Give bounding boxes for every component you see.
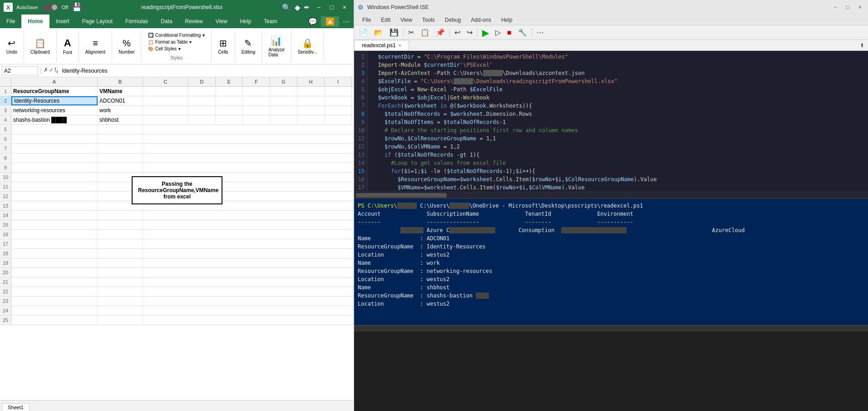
cells-button[interactable]: ⊞ Cells <box>215 37 231 55</box>
cell-G2[interactable] <box>270 96 297 105</box>
cell-G3[interactable] <box>270 106 297 115</box>
menu-addons[interactable]: Add-ons <box>466 16 496 24</box>
col-header-I[interactable]: I <box>325 77 352 86</box>
debug-button[interactable]: 🔧 <box>515 27 530 38</box>
cell-H1[interactable] <box>297 87 325 96</box>
cell-styles-button[interactable]: 🎨 Cell Styles ▾ <box>145 45 183 52</box>
minimize-button[interactable]: − <box>313 4 324 11</box>
analyze-data-button[interactable]: 📊 AnalyzeData <box>266 35 287 58</box>
ps-maximize-button[interactable]: □ <box>843 4 852 10</box>
cell-empty[interactable] <box>143 220 354 229</box>
cell-I4[interactable] <box>325 115 352 124</box>
col-header-G[interactable]: G <box>270 77 297 86</box>
collapse-editor-icon[interactable]: ⬆ <box>856 40 868 50</box>
cell-H3[interactable] <box>297 106 325 115</box>
cell-B4[interactable]: shbhost <box>98 115 143 124</box>
search-icon[interactable]: 🔍 <box>282 3 291 12</box>
number-button[interactable]: % Number <box>116 37 138 55</box>
cell-empty[interactable] <box>11 211 98 220</box>
cell-H4[interactable] <box>297 115 325 124</box>
cell-empty[interactable] <box>98 316 143 325</box>
sheet-tab-1[interactable]: Sheet1 <box>2 403 30 411</box>
insert-function-icon[interactable]: fx <box>54 67 58 74</box>
cell-empty[interactable] <box>11 192 98 201</box>
tab-data[interactable]: Data <box>154 15 178 28</box>
cell-D2[interactable] <box>188 96 216 105</box>
font-button[interactable]: A Font <box>60 36 75 56</box>
cell-empty[interactable] <box>11 268 98 277</box>
cell-D3[interactable] <box>188 106 216 115</box>
ps-file-tab[interactable]: readexcel.ps1 × <box>354 40 409 50</box>
col-header-A[interactable]: A <box>11 77 98 86</box>
cell-empty[interactable] <box>11 220 98 229</box>
cell-I3[interactable] <box>325 106 352 115</box>
tab-page-layout[interactable]: Page Layout <box>76 15 119 28</box>
cell-empty[interactable] <box>98 277 143 287</box>
cell-D1[interactable] <box>188 87 216 96</box>
editor-horizontal-scrollbar[interactable] <box>354 192 868 198</box>
run-selection-button[interactable]: ▷ <box>493 27 503 38</box>
cell-empty[interactable] <box>98 134 143 144</box>
tab-formulas[interactable]: Formulas <box>119 15 154 28</box>
cell-B2[interactable]: ADCON01 <box>98 96 143 105</box>
tab-insert[interactable]: Insert <box>49 15 76 28</box>
terminal-horizontal-scrollbar[interactable] <box>354 325 868 332</box>
cell-empty[interactable] <box>143 134 354 144</box>
cell-A3[interactable]: networking-resources <box>11 106 98 115</box>
cut-button[interactable]: ✂ <box>405 27 417 38</box>
cell-I1[interactable] <box>325 87 352 96</box>
tab-close-icon[interactable]: × <box>399 43 401 48</box>
cell-empty[interactable] <box>98 163 143 172</box>
cell-F3[interactable] <box>243 106 270 115</box>
cell-empty[interactable] <box>11 297 98 306</box>
sensitivity-button[interactable]: 🔒 Sensitiv... <box>295 37 320 55</box>
format-as-table-button[interactable]: 📋 Format as Table ▾ <box>145 39 195 45</box>
menu-view[interactable]: View <box>396 16 417 24</box>
tab-file[interactable]: File <box>0 15 21 28</box>
cell-empty[interactable] <box>98 297 143 306</box>
cell-E2[interactable] <box>216 96 243 105</box>
copy-button[interactable]: 📋 <box>418 27 432 38</box>
cell-empty[interactable] <box>11 154 98 163</box>
col-header-B[interactable]: B <box>98 77 143 86</box>
alignment-button[interactable]: ≡ Alignment <box>83 37 108 55</box>
menu-edit[interactable]: Edit <box>376 16 395 24</box>
cell-empty[interactable] <box>11 277 98 287</box>
cell-empty[interactable] <box>11 258 98 267</box>
cell-empty[interactable] <box>11 173 98 182</box>
cell-empty[interactable] <box>143 230 354 239</box>
cell-empty[interactable] <box>11 287 98 296</box>
cell-C1[interactable] <box>143 87 188 96</box>
cell-empty[interactable] <box>98 249 143 258</box>
undo-button[interactable]: ↩ Undo <box>4 37 20 55</box>
redo-button[interactable]: ↪ <box>464 27 475 38</box>
maximize-button[interactable]: □ <box>326 4 337 11</box>
col-header-F[interactable]: F <box>243 77 270 86</box>
cell-empty[interactable] <box>143 144 354 153</box>
cell-I2[interactable] <box>325 96 352 105</box>
cell-empty[interactable] <box>98 287 143 296</box>
cell-empty[interactable] <box>143 297 354 306</box>
ps-terminal[interactable]: PS C:\Users\ C:\Users\ \OneDrive - Micro… <box>354 198 868 325</box>
cell-D4[interactable] <box>188 115 216 124</box>
pen-icon[interactable]: ✒ <box>304 3 310 12</box>
new-file-button[interactable]: 📄 <box>356 27 370 38</box>
cell-F4[interactable] <box>243 115 270 124</box>
cell-empty[interactable] <box>11 163 98 172</box>
cell-empty[interactable] <box>98 220 143 229</box>
cell-empty[interactable] <box>143 163 354 172</box>
menu-debug[interactable]: Debug <box>440 16 465 24</box>
cell-H2[interactable] <box>297 96 325 105</box>
menu-help[interactable]: Help <box>497 16 517 24</box>
cell-F2[interactable] <box>243 96 270 105</box>
share-icon[interactable]: 🔼 <box>321 16 339 27</box>
cell-empty[interactable] <box>143 316 354 325</box>
col-header-H[interactable]: H <box>297 77 325 86</box>
tab-review[interactable]: Review <box>178 15 209 28</box>
cell-reference-input[interactable] <box>2 66 38 75</box>
cell-empty[interactable] <box>143 239 354 248</box>
cell-empty[interactable] <box>11 316 98 325</box>
cell-empty[interactable] <box>98 154 143 163</box>
editing-button[interactable]: ✎ Editing <box>239 37 258 55</box>
cell-empty[interactable] <box>98 230 143 239</box>
